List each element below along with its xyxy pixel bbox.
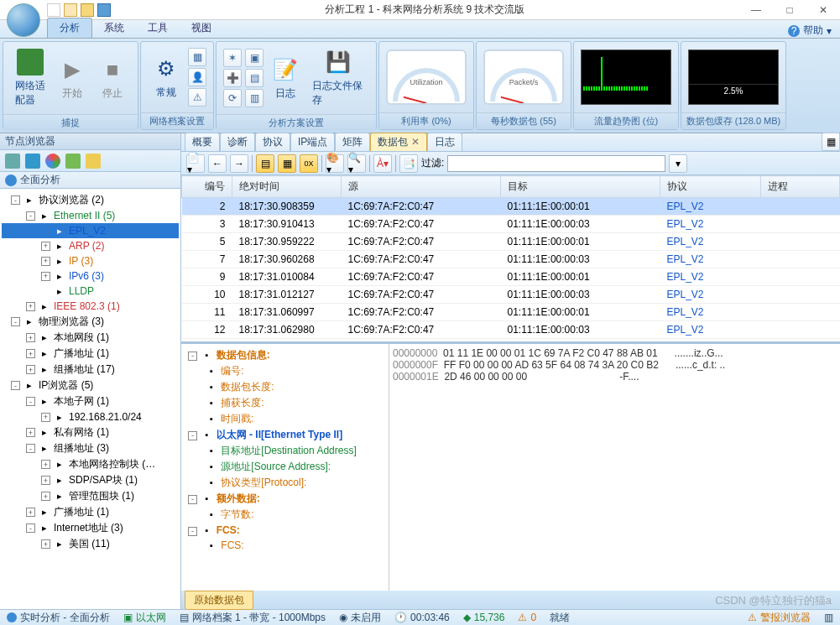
view-tab[interactable]: 数据包✕ [370,133,427,151]
expander-icon[interactable]: - [188,527,197,536]
detail-node[interactable]: ▪ 数据包长度: [185,379,385,395]
expander-icon[interactable]: - [11,195,20,205]
expander-icon[interactable]: - [11,381,20,390]
expander-icon[interactable]: + [41,272,50,281]
layout2-button[interactable]: ▦ [278,154,296,173]
profile-warn-button[interactable]: ⚠ [188,88,206,107]
tree-node[interactable]: +▸本地网络控制块 (… [2,456,179,472]
table-row[interactable]: 718:17:30.9602681C:69:7A:F2:C0:4701:11:1… [182,251,840,268]
scheme-btn2[interactable]: ➕ [223,69,242,87]
expander-icon[interactable]: - [26,211,35,221]
expander-icon[interactable]: + [41,492,50,501]
tab-analyze[interactable]: 分析 [47,18,92,38]
raw-packet-tab[interactable]: 原始数据包 [185,591,253,610]
log-button[interactable]: 📝日志 [267,53,304,104]
detail-node[interactable]: ▪ FCS: [185,538,385,553]
tree-node[interactable]: -▸IP浏览器 (5) [2,378,179,393]
view-tab[interactable]: IP端点 [290,133,335,151]
start-button[interactable]: ▶开始 [54,53,91,104]
view-tab[interactable]: 诊断 [220,133,255,151]
expander-icon[interactable]: - [188,352,197,361]
tab-system[interactable]: 系统 [92,18,136,38]
detail-node[interactable]: ▪ 捕获长度: [185,395,385,411]
view-tab[interactable]: 概要 [185,133,220,151]
column-header[interactable]: 协议 [660,176,761,198]
tree-node[interactable]: +▸SDP/SAP块 (1) [2,472,179,488]
tab-view[interactable]: 视图 [180,18,223,38]
detail-node[interactable]: ▪ 协议类型[Protocol]: [185,475,385,491]
minimize-button[interactable]: — [739,0,773,20]
prev-button[interactable]: ← [208,154,227,173]
view-tab[interactable]: 日志 [427,133,462,151]
scheme-btn1[interactable]: ✶ [223,49,242,67]
tree-node[interactable]: +▸私有网络 (1) [2,424,179,440]
expander-icon[interactable]: + [26,333,35,342]
tree-node[interactable]: +▸广播地址 (1) [2,346,179,362]
tree-node[interactable]: -▸Internet地址 (3) [2,520,179,536]
pps-gauge[interactable]: Packet/s [483,49,564,105]
tree-node[interactable]: +▸IP (3) [2,253,179,268]
tree-node[interactable]: +▸组播地址 (17) [2,362,179,378]
filter-icon[interactable] [5,154,20,169]
tree-node[interactable]: +▸美国 (11) [2,536,179,552]
tree-node[interactable]: ▸LLDP [2,284,179,299]
new-icon[interactable] [47,3,60,17]
scheme-btn3[interactable]: ⟳ [223,89,242,107]
hex-dump[interactable]: 00000000 01 11 1E 00 00 01 1C 69 7A F2 C… [389,344,840,591]
filter-input[interactable] [447,155,665,172]
tree-node[interactable]: +▸192.168.21.0/24 [2,409,179,424]
tree-node[interactable]: ▸EPL_V2 [2,223,179,238]
tree-node[interactable]: +▸IPv6 (3) [2,268,179,284]
tree-node[interactable]: -▸协议浏览器 (2) [2,192,179,208]
detail-node[interactable]: ▪ 时间戳: [185,411,385,427]
column-header[interactable]: 绝对时间 [232,176,342,198]
find-button[interactable]: 🔍▾ [347,154,366,173]
tree-node[interactable]: +▸管理范围块 (1) [2,488,179,504]
hex-mode-button[interactable]: 0X [300,154,318,173]
utilization-gauge[interactable]: Utilization [386,49,467,105]
expander-icon[interactable]: + [26,428,35,437]
save-log-button[interactable]: 💾日志文件保存 [307,45,369,111]
column-header[interactable]: 目标 [501,176,660,198]
expander-icon[interactable]: + [26,365,35,374]
column-header[interactable]: 进程 [761,176,840,198]
add-node-icon[interactable] [65,154,81,169]
tree-node[interactable]: +▸广播地址 (1) [2,504,179,520]
expander-icon[interactable]: - [188,431,197,440]
save-icon[interactable] [97,3,111,17]
scheme-btn5[interactable]: ▤ [245,69,263,87]
view-tab[interactable]: 协议 [255,133,290,151]
expander-icon[interactable]: + [41,242,50,251]
table-row[interactable]: 1118:17:31.0609971C:69:7A:F2:C0:4701:11:… [182,304,840,321]
detail-node[interactable]: ▪ 编号: [185,363,385,379]
expander-icon[interactable]: + [26,508,35,517]
close-button[interactable]: ✕ [806,0,840,20]
expander-icon[interactable]: + [41,476,50,485]
expander-icon[interactable]: - [188,495,197,504]
expander-icon[interactable]: - [26,523,35,533]
trend-graph[interactable] [581,49,671,105]
detail-node[interactable]: - ▪ 数据包信息: [185,347,385,363]
expander-icon[interactable]: + [26,349,35,358]
tree-node[interactable]: -▸物理浏览器 (3) [2,314,179,330]
tree-node[interactable]: +▸本地网段 (1) [2,330,179,346]
view-config-button[interactable]: ▦ [822,133,840,151]
expander-icon[interactable]: - [11,317,20,326]
tree-node[interactable]: -▸本地子网 (1) [2,393,179,409]
buffer-graph[interactable]: 2.5% [688,49,779,105]
table-row[interactable]: 1018:17:31.0121271C:69:7A:F2:C0:4701:11:… [182,286,840,304]
expander-icon[interactable]: - [26,444,35,453]
scheme-btn4[interactable]: ▣ [245,49,263,67]
open-icon[interactable] [81,3,94,17]
paste-icon[interactable] [64,3,77,17]
tree-node[interactable]: -▸Ethernet II (5) [2,208,179,223]
expander-icon[interactable]: - [26,397,35,406]
detail-node[interactable]: ▪ 目标地址[Destination Address] [185,443,385,459]
layout1-button[interactable]: ▤ [256,154,274,173]
tree-icon[interactable] [25,154,40,169]
table-row[interactable]: 918:17:31.0100841C:69:7A:F2:C0:4701:11:1… [182,268,840,286]
packet-table[interactable]: 编号绝对时间源目标协议进程 218:17:30.9083591C:69:7A:F… [181,175,840,343]
export-button[interactable]: 📄▾ [186,154,205,173]
status-pane-button[interactable]: ▥ [824,612,833,623]
general-button[interactable]: ⚙常规 [148,52,185,103]
